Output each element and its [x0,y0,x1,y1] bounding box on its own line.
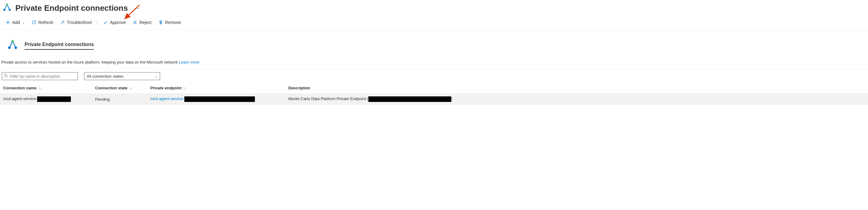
refresh-icon [32,20,36,25]
search-icon [4,74,8,79]
cell-connection-name: mcd-agent-service- [3,96,95,102]
svg-point-1 [8,9,11,11]
sort-icon: ↑↓ [183,86,187,90]
add-label: Add [12,20,20,25]
section-icon [6,39,19,53]
svg-point-0 [3,9,5,11]
svg-point-6 [11,40,14,42]
redacted [37,96,71,102]
cell-connection-state: Pending [95,97,150,101]
svg-point-5 [14,47,17,49]
sort-icon: ↑↓ [129,86,132,90]
state-filter-dropdown[interactable]: All connection states ⌄ [84,72,160,80]
approve-label: Approve [110,20,126,25]
connections-table: Connection name ↑↓ Connection state ↑↓ P… [0,83,868,105]
redacted [184,96,255,102]
table-row[interactable]: mcd-agent-service- Pending mcd-agent-ser… [0,93,868,105]
plus-icon [5,20,10,25]
redacted [368,96,451,102]
reject-label: Reject [139,20,152,25]
search-input[interactable] [10,74,76,79]
learn-more-link[interactable]: Learn more [179,60,199,64]
section-title: Private Endpoint connections [25,42,94,50]
search-input-wrapper[interactable] [2,72,78,80]
trash-icon [158,20,163,25]
check-icon [103,20,108,25]
remove-label: Remove [165,20,181,25]
col-header-name[interactable]: Connection name ↑↓ [3,86,95,90]
x-icon [132,20,137,25]
section-header: Private Endpoint connections [0,36,868,54]
troubleshoot-button[interactable]: Troubleshoot [57,18,95,27]
endpoint-link[interactable]: mcd-agent-service- [150,96,184,101]
col-header-description[interactable]: Description [288,86,865,90]
svg-point-2 [6,3,8,5]
filter-bar: All connection states ⌄ [0,69,868,83]
chevron-down-icon: ⌄ [22,21,25,24]
command-bar: Add ⌄ Refresh Troubleshoot Approve Rejec… [0,15,868,30]
service-icon [2,2,12,14]
col-header-endpoint[interactable]: Private endpoint ↑↓ [150,86,288,90]
sort-icon: ↑↓ [38,86,42,90]
cell-description: Monte Carlo Data Platform Private Endpoi… [288,96,865,102]
wrench-icon [60,20,65,25]
troubleshoot-label: Troubleshoot [67,20,92,25]
description-text: Private access to services hosted on the… [1,60,178,64]
more-options-button[interactable]: ⋯ [131,5,143,12]
chevron-down-icon: ⌄ [155,74,157,78]
col-header-state[interactable]: Connection state ↑↓ [95,86,150,90]
content-area: Private Endpoint connections Private acc… [0,30,868,105]
add-button[interactable]: Add ⌄ [2,18,28,27]
svg-point-4 [8,47,10,49]
svg-point-7 [5,74,7,77]
table-header-row: Connection name ↑↓ Connection state ↑↓ P… [0,83,868,93]
refresh-button[interactable]: Refresh [29,18,56,27]
state-filter-value: All connection states [87,74,123,79]
reject-button[interactable]: Reject [129,18,155,27]
cell-private-endpoint: mcd-agent-service- [150,96,288,102]
approve-button[interactable]: Approve [100,18,129,27]
page-header: Private Endpoint connections ⋯ [0,0,868,15]
page-title: Private Endpoint connections [16,3,128,13]
refresh-label: Refresh [38,20,53,25]
remove-button[interactable]: Remove [155,18,184,27]
description-row: Private access to services hosted on the… [0,54,868,69]
